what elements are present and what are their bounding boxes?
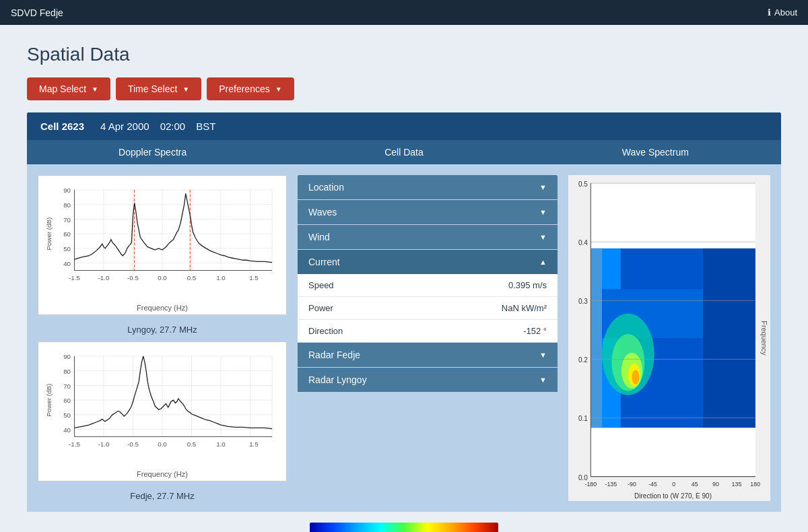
top-chart-svg: 90 80 70 60 50 40 -1.5 -1.0 -0.5 0.0 0.5… <box>45 182 279 300</box>
svg-text:0.0: 0.0 <box>158 440 167 448</box>
wind-accordion-header[interactable]: Wind ▼ <box>298 225 558 249</box>
svg-text:0.5: 0.5 <box>187 440 197 448</box>
svg-text:180: 180 <box>750 481 760 488</box>
svg-text:Power (dB): Power (dB) <box>45 218 53 251</box>
doppler-spectra-panel: 90 80 70 60 50 40 -1.5 -1.0 -0.5 0.0 0.5… <box>38 175 287 501</box>
wave-spectrum-header: Wave Spectrum <box>530 147 781 158</box>
current-speed-value: 0.395 m/s <box>508 280 547 290</box>
wind-chevron-icon: ▼ <box>539 233 547 241</box>
svg-text:1.5: 1.5 <box>249 274 259 281</box>
cell-date: 4 Apr 2000 <box>100 121 149 132</box>
map-select-label: Map Select <box>39 84 86 94</box>
current-accordion-item: Current ▲ Speed 0.395 m/s Power NaN kW/m… <box>298 250 558 343</box>
preferences-chevron-icon: ▼ <box>275 86 282 93</box>
waves-chevron-icon: ▼ <box>539 208 547 216</box>
waves-label: Waves <box>308 207 337 218</box>
svg-text:60: 60 <box>63 397 71 404</box>
cell-info-bar: Cell 2623 4 Apr 2000 02:00 BST <box>27 112 781 140</box>
preferences-label: Preferences <box>219 84 269 94</box>
location-label: Location <box>308 182 344 193</box>
svg-text:0.3: 0.3 <box>578 298 588 305</box>
svg-text:Power (dB): Power (dB) <box>45 384 53 417</box>
svg-rect-74 <box>591 248 602 428</box>
about-link[interactable]: ℹ About <box>768 7 797 18</box>
current-speed-label: Speed <box>308 280 334 290</box>
svg-text:45: 45 <box>692 481 698 488</box>
svg-text:1.0: 1.0 <box>216 274 226 281</box>
top-chart-title: Lyngoy, 27.7 MHz <box>38 325 287 335</box>
radar-fedje-accordion-item: Radar Fedje ▼ <box>298 343 558 368</box>
cell-data-header: Cell Data <box>278 147 529 158</box>
svg-text:80: 80 <box>63 368 71 375</box>
section-headers: Doppler Spectra Cell Data Wave Spectrum <box>27 140 781 164</box>
svg-text:0.1: 0.1 <box>578 415 588 422</box>
svg-text:-0.5: -0.5 <box>127 440 139 448</box>
colorbar-section: 0.0 0.2 0.4 0.6 0.8 1.0 Magnitude (m/s) <box>27 512 781 532</box>
svg-text:1.5: 1.5 <box>249 440 259 448</box>
svg-text:0.5: 0.5 <box>578 180 588 188</box>
current-power-label: Power <box>308 303 333 313</box>
location-chevron-icon: ▼ <box>539 183 547 191</box>
svg-text:-1.5: -1.5 <box>69 440 80 448</box>
waves-accordion-header[interactable]: Waves ▼ <box>298 200 558 224</box>
current-speed-row: Speed 0.395 m/s <box>298 274 558 297</box>
svg-text:-1.0: -1.0 <box>98 440 110 448</box>
page-title: Spatial Data <box>27 44 781 65</box>
bottom-chart-title: Fedje, 27.7 MHz <box>38 491 287 501</box>
current-accordion-header[interactable]: Current ▲ <box>298 250 558 274</box>
svg-text:50: 50 <box>63 411 71 419</box>
svg-text:0.0: 0.0 <box>158 274 167 281</box>
cell-label: Cell 2623 <box>40 121 84 132</box>
svg-text:1.0: 1.0 <box>216 440 226 448</box>
svg-text:-0.5: -0.5 <box>127 274 139 281</box>
svg-text:90: 90 <box>63 353 71 360</box>
cell-time: 02:00 <box>160 121 186 132</box>
svg-text:40: 40 <box>63 260 71 267</box>
panel-container: 90 80 70 60 50 40 -1.5 -1.0 -0.5 0.0 0.5… <box>27 164 781 512</box>
svg-text:0.4: 0.4 <box>578 239 588 246</box>
svg-text:70: 70 <box>63 383 71 390</box>
wave-spectrum-svg: 0.5 0.4 0.3 0.2 0.1 0.0 <box>568 175 770 501</box>
x-axis-label-top: Frequency (Hz) <box>45 304 279 312</box>
svg-text:-1.5: -1.5 <box>69 274 80 281</box>
radar-lyngoy-accordion-item: Radar Lyngoy ▼ <box>298 368 558 393</box>
map-select-button[interactable]: Map Select ▼ <box>27 77 110 100</box>
cell-timezone: BST <box>196 121 215 132</box>
current-accordion-body: Speed 0.395 m/s Power NaN kW/m² Directio… <box>298 274 558 342</box>
time-select-button[interactable]: Time Select ▼ <box>116 77 201 100</box>
radar-fedje-chevron-icon: ▼ <box>539 351 547 359</box>
time-select-chevron-icon: ▼ <box>182 86 189 93</box>
location-accordion-item: Location ▼ <box>298 175 558 200</box>
waves-accordion-item: Waves ▼ <box>298 200 558 225</box>
svg-point-72 <box>632 370 639 385</box>
svg-text:Frequency: Frequency <box>760 321 768 356</box>
wave-spectrum-panel: 0.5 0.4 0.3 0.2 0.1 0.0 <box>568 175 770 501</box>
current-label: Current <box>308 257 340 267</box>
wind-label: Wind <box>308 232 330 242</box>
svg-text:40: 40 <box>63 426 71 434</box>
current-power-row: Power NaN kW/m² <box>298 297 558 320</box>
cell-data-accordion: Location ▼ Waves ▼ Wind ▼ <box>298 175 558 393</box>
radar-lyngoy-label: Radar Lyngoy <box>308 374 367 385</box>
svg-text:70: 70 <box>63 216 71 224</box>
svg-text:50: 50 <box>63 245 71 253</box>
map-select-chevron-icon: ▼ <box>92 86 98 93</box>
svg-text:0.2: 0.2 <box>578 356 588 364</box>
radar-lyngoy-chevron-icon: ▼ <box>539 376 547 384</box>
bottom-chart-container: 90 80 70 60 50 40 -1.5 -1.0 -0.5 0.0 0.5… <box>38 341 287 481</box>
info-icon: ℹ <box>768 7 771 18</box>
current-direction-row: Direction -152 ° <box>298 320 558 342</box>
svg-text:-135: -135 <box>605 481 617 488</box>
svg-text:135: 135 <box>732 481 742 488</box>
current-direction-value: -152 ° <box>523 326 547 336</box>
about-label: About <box>774 7 797 18</box>
colorbar-track <box>310 523 498 532</box>
top-nav: SDVD Fedje ℹ About <box>0 0 808 25</box>
cell-data-panel: Location ▼ Waves ▼ Wind ▼ <box>298 175 558 501</box>
radar-fedje-accordion-header[interactable]: Radar Fedje ▼ <box>298 343 558 367</box>
svg-text:90: 90 <box>712 481 719 488</box>
location-accordion-header[interactable]: Location ▼ <box>298 175 558 199</box>
svg-rect-73 <box>703 248 755 428</box>
radar-lyngoy-accordion-header[interactable]: Radar Lyngoy ▼ <box>298 368 558 392</box>
preferences-button[interactable]: Preferences ▼ <box>207 77 294 100</box>
